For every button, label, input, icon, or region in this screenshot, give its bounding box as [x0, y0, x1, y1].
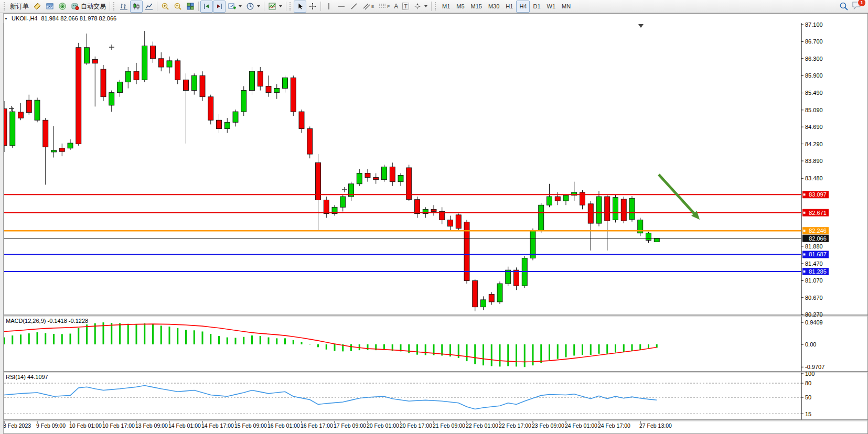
rsi-axis-label: 80	[805, 380, 811, 386]
crosshair-icon	[308, 2, 317, 10]
macd-histogram-bar	[565, 344, 567, 357]
indicators-button[interactable]	[266, 1, 284, 13]
macd-histogram-bar	[251, 335, 253, 344]
chart-shift-marker[interactable]	[638, 24, 644, 28]
plus-marker[interactable]	[109, 45, 114, 50]
channel-tool-glyph: E	[371, 4, 374, 9]
text-label-tool-icon: T	[402, 3, 409, 10]
arrows-tool-button[interactable]	[411, 1, 430, 13]
cursor-tool-button[interactable]	[294, 1, 306, 13]
auto-scroll-icon	[202, 2, 211, 10]
macd-histogram-bar	[350, 344, 352, 351]
candle-body	[481, 300, 486, 307]
candle-body	[382, 167, 387, 179]
horizontal-line-tool-button[interactable]	[335, 1, 348, 13]
macd-histogram-bar	[218, 336, 220, 344]
line-chart-button[interactable]	[143, 1, 155, 13]
timeframe-button-m1[interactable]: M1	[439, 1, 453, 13]
price-axis-label: 83.890	[805, 158, 823, 164]
macd-axis-label: 0.00	[805, 341, 816, 348]
plus-marker[interactable]	[342, 187, 347, 192]
candle-body	[547, 197, 552, 205]
crosshair-tool-button[interactable]	[306, 1, 319, 13]
plus-marker[interactable]	[9, 106, 14, 111]
macd-histogram-bar	[169, 327, 170, 344]
candle-body	[456, 215, 461, 229]
trendline-tool-button[interactable]	[348, 1, 360, 13]
gold-tag-icon-button[interactable]	[31, 1, 44, 13]
chart-shift-button[interactable]	[213, 1, 226, 13]
bar-chart-button[interactable]	[117, 1, 130, 13]
timeframe-button-mn[interactable]: MN	[559, 1, 574, 13]
candle-body	[307, 128, 313, 154]
timeframe-button-h4[interactable]: H4	[516, 1, 530, 13]
toolbar-separator	[320, 2, 321, 11]
time-axis-label: 27 Feb 13:00	[639, 422, 672, 429]
new-chart-button[interactable]	[226, 1, 244, 13]
timeframe-button-h1[interactable]: H1	[502, 1, 516, 13]
candle-body	[357, 173, 362, 184]
notifications-button[interactable]: 1	[852, 1, 862, 12]
candle-body	[109, 93, 114, 105]
macd-histogram-bar	[408, 344, 410, 353]
toolbar-drag-handle[interactable]	[4, 2, 6, 10]
macd-histogram-bar	[119, 323, 121, 344]
macd-histogram-bar	[557, 344, 559, 359]
macd-histogram-bar	[152, 324, 154, 344]
price-axis-label: 84.690	[805, 124, 823, 130]
timeframe-button-m5[interactable]: M5	[453, 1, 467, 13]
candle-body	[26, 100, 31, 112]
zoom-in-button[interactable]	[159, 1, 172, 13]
timeframe-button-d1[interactable]: D1	[530, 1, 543, 13]
macd-histogram-bar	[507, 344, 509, 366]
chart-shift-icon	[215, 2, 223, 10]
channel-tool-button[interactable]: E	[360, 1, 376, 13]
candle-body	[514, 270, 519, 286]
macd-histogram-bar	[491, 344, 492, 366]
text-tool-button[interactable]: A	[392, 1, 400, 13]
time-axis-label: 8 Feb 2023	[3, 422, 31, 429]
zoom-out-button[interactable]	[172, 1, 184, 13]
timeframe-button-w1[interactable]: W1	[544, 1, 559, 13]
new-order-button[interactable]: 新订单	[8, 1, 31, 13]
macd-histogram-bar	[260, 336, 261, 344]
candle-body	[291, 78, 296, 112]
price-badge-label: 82.246	[809, 227, 827, 234]
window-left-edge	[0, 13, 4, 434]
signal-button[interactable]	[56, 1, 69, 13]
horizontal-line-icon	[337, 2, 346, 10]
candle-body	[654, 238, 659, 242]
timeframe-button-m15[interactable]: M15	[468, 1, 485, 13]
toolbar-drag-handle[interactable]	[435, 2, 437, 10]
vertical-line-tool-button[interactable]	[323, 1, 335, 13]
toolbar-drag-handle[interactable]	[113, 2, 116, 10]
macd-histogram-bar	[160, 326, 162, 344]
price-axis-label: 83.480	[805, 175, 823, 181]
candle-body	[555, 197, 560, 201]
autotrading-button[interactable]: 自动交易	[69, 1, 108, 13]
auto-scroll-button[interactable]	[200, 1, 213, 13]
period-button[interactable]	[244, 1, 262, 13]
candle-body	[59, 148, 65, 151]
candle-body	[101, 69, 106, 97]
candle-body	[448, 220, 453, 226]
market-watch-button[interactable]	[44, 1, 56, 13]
candle-body	[241, 91, 247, 112]
candle-body	[158, 59, 164, 67]
toolbar-drag-handle[interactable]	[290, 2, 292, 10]
candlestick-chart-button[interactable]	[130, 1, 143, 13]
fibonacci-tool-button[interactable]: F	[376, 1, 392, 13]
candle-body	[142, 46, 147, 80]
tile-windows-button[interactable]	[184, 1, 197, 13]
price-axis-label: 85.090	[805, 107, 823, 113]
macd-histogram-bar	[631, 344, 633, 351]
macd-histogram-bar	[28, 333, 30, 344]
market-window-icon	[46, 2, 54, 10]
macd-histogram-bar	[606, 344, 608, 354]
chevron-down-icon[interactable]: ▼	[4, 17, 8, 20]
candle-body	[489, 294, 494, 302]
timeframe-button-m30[interactable]: M30	[485, 1, 502, 13]
text-label-tool-button[interactable]: T	[400, 1, 411, 13]
search-icon[interactable]	[839, 2, 849, 11]
macd-histogram-bar	[317, 344, 319, 347]
